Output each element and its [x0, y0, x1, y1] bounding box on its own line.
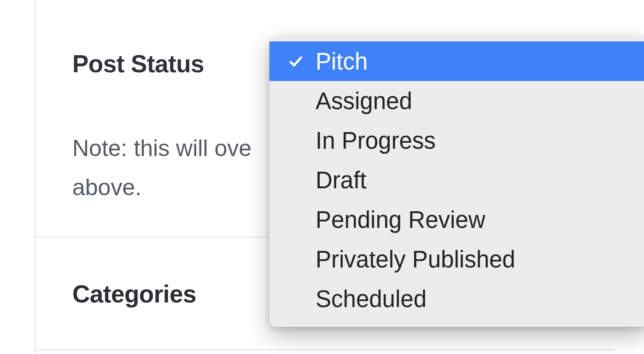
note-line-2: above. — [72, 174, 141, 200]
dropdown-item-label: Privately Published — [316, 246, 515, 273]
dropdown-item-pending-review[interactable]: Pending Review — [269, 200, 644, 239]
dropdown-item-privately-published[interactable]: Privately Published — [269, 239, 644, 279]
dropdown-item-pitch[interactable]: Pitch — [269, 41, 644, 81]
post-status-label: Post Status — [72, 50, 204, 78]
categories-label: Categories — [72, 280, 196, 308]
dropdown-item-label: In Progress — [316, 127, 436, 154]
dropdown-item-label: Assigned — [316, 87, 412, 115]
post-status-dropdown[interactable]: Pitch Assigned In Progress Draft Pending… — [269, 37, 644, 327]
check-icon — [286, 52, 305, 71]
dropdown-item-label: Pending Review — [316, 206, 486, 233]
dropdown-item-label: Draft — [316, 167, 367, 194]
dropdown-item-draft[interactable]: Draft — [269, 160, 644, 200]
dropdown-item-in-progress[interactable]: In Progress — [269, 121, 644, 160]
dropdown-item-scheduled[interactable]: Scheduled — [269, 279, 644, 319]
dropdown-item-label: Pitch — [316, 48, 368, 75]
dropdown-item-label: Scheduled — [316, 285, 427, 313]
post-status-note: Note: this will ove above. — [72, 129, 252, 207]
dropdown-item-assigned[interactable]: Assigned — [269, 81, 644, 121]
note-line-1: Note: this will ove — [72, 135, 252, 161]
